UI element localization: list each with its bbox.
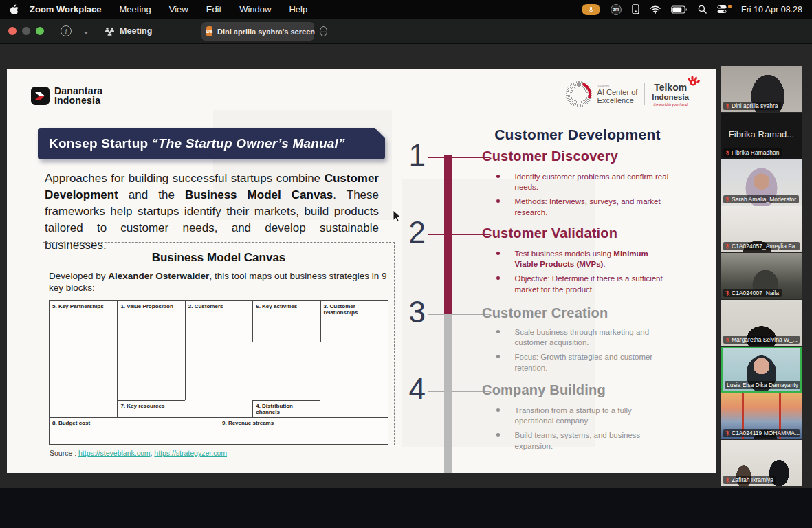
bullet-text: Build teams, systems, and business expan… <box>515 430 672 451</box>
bullets-customer-creation: Scale business through marketing and cus… <box>491 327 671 377</box>
menu-app-name[interactable]: Zoom Workplace <box>30 4 102 14</box>
bullet-text: Objective: Determine if there is a suffi… <box>515 274 672 294</box>
source-line: Source : https://steveblank.com, https:/… <box>50 449 227 457</box>
telkom-tagline: the world in your hand <box>652 102 689 107</box>
timeline-tick-3 <box>428 314 490 315</box>
bullet-icon <box>496 355 500 358</box>
bullet-text-part: Test business models using <box>515 250 614 258</box>
bullets-company-building: Transition from a startup to a fully ope… <box>491 406 671 456</box>
spotlight-search-icon[interactable] <box>698 5 707 14</box>
timeline-bar-maroon <box>444 155 452 314</box>
heading-customer-creation: Customer Creation <box>482 305 608 321</box>
slide-title-banner: Konsep Startup “The Startup Owner’s Manu… <box>38 128 385 160</box>
ai-center-sunburst-icon <box>566 81 592 107</box>
bmc-cell-key-resources: 7. Key resources <box>117 400 184 417</box>
tab-shared-screen-label: Dini aprilia syahra's screen <box>217 28 315 36</box>
meeting-info-icon[interactable]: i <box>61 25 72 36</box>
muted-mic-icon <box>725 290 730 296</box>
participant-tile-fibrika[interactable]: Fibrika Ramad... Fibrika Ramadhan <box>721 113 802 159</box>
muted-mic-icon <box>725 243 730 250</box>
participant-name-label: Fibrika Ramadhan <box>723 148 782 157</box>
logo-divider <box>644 83 645 105</box>
source-separator: , <box>151 449 153 457</box>
zoom-window-titlebar: i ⌄ Meeting Da Dini aprilia syahra's scr… <box>0 19 812 44</box>
participant-tile-zafirah[interactable]: Zafirah Ikramiya <box>721 440 802 486</box>
muted-mic-icon <box>725 477 730 483</box>
participant-tile-mohamma[interactable]: C1A024119 MOHAMMA... <box>721 393 802 439</box>
bullet-text: Scale business through marketing and cus… <box>515 327 672 348</box>
timeline-tick-1 <box>428 157 490 158</box>
bullet-icon <box>496 252 500 255</box>
participant-tile-margaretha[interactable]: Margaretha Selvina W_... <box>721 300 802 346</box>
tab-meeting[interactable]: Meeting <box>105 26 152 36</box>
bmc-cell-customer-relationships: 3. Customer relationships <box>320 301 388 342</box>
telkom-logos: Telkom AI Center of Excellence Telkom In… <box>566 81 689 107</box>
participant-name-label: C1A024057_Ameylia Fa... <box>723 242 800 250</box>
participant-tile-lusia-active-speaker[interactable]: Lusia Elsa Dika Damayanty <box>721 346 802 393</box>
bullets-customer-validation: Test business models using Minimum Viabl… <box>491 249 671 299</box>
mouse-cursor <box>392 210 402 226</box>
menu-view[interactable]: View <box>169 4 188 14</box>
bmc-cell-value-proposition: 1. Value Proposition <box>117 301 184 400</box>
menu-window[interactable]: Window <box>239 4 271 14</box>
slide-title-quoted: “The Startup Owner’s Manual” <box>151 136 345 151</box>
step-number-4: 4 <box>402 374 426 404</box>
bmc-bottom-row: 8. Budget cost 9. Revenue streams <box>49 417 388 445</box>
tab-shared-screen[interactable]: Da Dini aprilia syahra's screen ⋯ <box>201 22 314 41</box>
participant-tile-naila[interactable]: C1A024007_Naila <box>721 253 802 299</box>
close-window-button[interactable] <box>8 27 17 35</box>
share-tab-more-icon[interactable]: ⋯ <box>320 26 327 36</box>
battery-icon[interactable] <box>671 6 688 14</box>
ai-center-line2: Excellence <box>597 96 638 104</box>
step-number-3: 3 <box>402 297 426 327</box>
participant-video-strip: Dini aprilia syahra Fibrika Ramad... Fib… <box>721 66 802 487</box>
source-label: Source : <box>50 449 76 457</box>
participant-name: C1A024057_Ameylia Fa... <box>732 243 800 250</box>
slide-title-plain: Konsep Startup <box>49 136 148 151</box>
participant-tile-dini[interactable]: Dini aprilia syahra <box>721 66 802 112</box>
bmc-desc-bold-author: Alexander Osterwalder <box>108 271 209 281</box>
participant-name: C1A024119 MOHAMMA... <box>732 430 800 437</box>
notification-dot <box>728 5 732 8</box>
menu-help[interactable]: Help <box>289 4 307 14</box>
bmc-title: Business Model Canvas <box>49 251 388 265</box>
bullet-text: Methods: Interviews, surveys, and market… <box>515 197 672 217</box>
bmc-cell-customers: 2. Customers <box>185 301 252 400</box>
menu-bar-clock[interactable]: Fri 10 Apr 08.28 <box>741 5 802 14</box>
source-link-steveblank[interactable]: https://steveblank.com <box>78 449 150 457</box>
fullscreen-window-button[interactable] <box>36 27 44 35</box>
bullet-text: Focus: Growth strategies and customer re… <box>515 352 672 373</box>
telkom-name-line1: Telkom <box>652 82 689 93</box>
control-center-icon[interactable] <box>717 5 732 14</box>
wifi-icon[interactable] <box>650 6 661 14</box>
participant-display-name: Fibrika Ramad... <box>721 129 802 140</box>
telkom-indonesia-logo: Telkom Indonesia the world in your hand <box>652 82 689 107</box>
participants-grid-icon <box>105 27 115 36</box>
bullet-icon <box>496 199 500 203</box>
participant-tile-sarah[interactable]: Sarah Amalia_Moderator <box>721 160 802 206</box>
participant-name: Sarah Amalia_Moderator <box>732 196 796 203</box>
customer-development-title: Customer Development <box>447 126 708 143</box>
minimize-window-button[interactable] <box>22 27 30 35</box>
telkom-hand-icon <box>686 75 700 87</box>
apple-icon[interactable] <box>10 4 19 14</box>
mic-icon <box>589 6 593 13</box>
participant-name: Margaretha Selvina W_... <box>732 336 798 343</box>
source-link-strategyzer[interactable]: https://strategyzer.com <box>154 449 227 457</box>
participant-tile-ameylia[interactable]: C1A024057_Ameylia Fa... <box>721 206 802 252</box>
ai-center-line1: AI Center of <box>597 88 638 96</box>
participant-name-label: C1A024119 MOHAMMA... <box>723 429 800 437</box>
bmc-cell-key-partnerships: 5. Key Partnerships <box>50 301 117 400</box>
menu-device-icon[interactable] <box>632 4 639 14</box>
active-mic-indicator[interactable] <box>582 4 600 15</box>
bullet-text: Test business models using Minimum Viabl… <box>515 249 672 270</box>
shared-screen-slide: Danantara Indonesia Telkom AI Center of … <box>7 69 716 473</box>
menu-edit[interactable]: Edit <box>206 4 221 14</box>
participant-name-label: Lusia Elsa Dika Damayanty <box>725 381 801 389</box>
chevron-down-icon[interactable]: ⌄ <box>83 26 89 36</box>
intro-text-1: Approaches for building successful start… <box>45 172 325 185</box>
intro-text-2: and the <box>118 188 185 201</box>
zoom-menubar-icon[interactable]: zm <box>611 4 622 15</box>
menu-meeting[interactable]: Meeting <box>120 4 151 14</box>
intro-bold-bmc: Business Model Canvas <box>185 188 333 201</box>
